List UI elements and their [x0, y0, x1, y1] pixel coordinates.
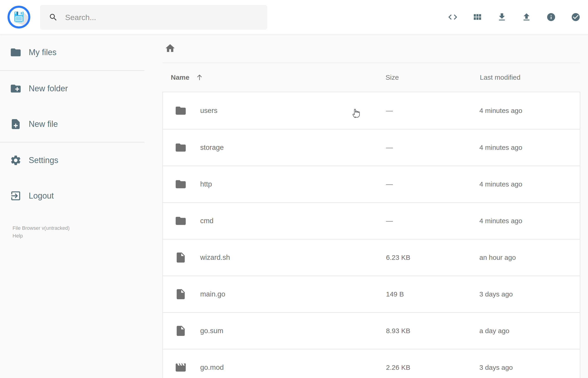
- file-row-go-sum[interactable]: go.sum 8.93 KB a day ago: [163, 312, 580, 349]
- folder-icon: [175, 142, 187, 154]
- file-size: 149 B: [386, 276, 404, 312]
- info-button[interactable]: [539, 0, 563, 35]
- file-icon: [175, 325, 187, 337]
- app-header: [0, 0, 588, 35]
- file-modified: 4 minutes ago: [479, 130, 522, 165]
- file-name: cmd: [200, 203, 214, 239]
- upload-icon: [521, 12, 532, 23]
- file-modified: 4 minutes ago: [479, 92, 522, 129]
- sidebar-item-new-file[interactable]: New file: [0, 106, 144, 142]
- folder-icon: [175, 215, 187, 227]
- file-size: 6.23 KB: [386, 240, 410, 276]
- sidebar-item-my-files[interactable]: My files: [0, 35, 144, 70]
- home-icon: [165, 43, 175, 54]
- file-modified: 4 minutes ago: [479, 203, 522, 239]
- file-modified: 3 days ago: [479, 350, 513, 378]
- search-bar[interactable]: [40, 5, 267, 30]
- file-row-main-go[interactable]: main.go 149 B 3 days ago: [163, 276, 580, 312]
- sidebar-item-label: Logout: [29, 191, 54, 201]
- listing-column-headers: Name Size Last modified: [144, 63, 588, 92]
- sidebar-credits: File Browser v(untracked) Help: [13, 224, 70, 240]
- create-new-folder-icon: [10, 83, 22, 94]
- floppy-disk-icon: [8, 6, 30, 28]
- gear-icon: [10, 154, 22, 166]
- file-row-http[interactable]: http — 4 minutes ago: [163, 165, 580, 202]
- file-icon: [175, 252, 187, 264]
- search-input[interactable]: [65, 13, 252, 22]
- grid-view-icon: [472, 12, 482, 23]
- sidebar-item-label: Settings: [29, 156, 58, 165]
- arrow-up-icon: [195, 73, 204, 81]
- column-label-size: Size: [386, 74, 399, 81]
- sidebar: My files New folder New file Settings Lo…: [0, 35, 144, 378]
- check-circle-icon: [571, 12, 580, 23]
- grid-view-button[interactable]: [465, 0, 490, 35]
- sort-by-modified-header[interactable]: Last modified: [480, 63, 520, 92]
- column-label-name: Name: [171, 74, 189, 81]
- file-row-users[interactable]: users — 4 minutes ago: [163, 92, 580, 129]
- breadcrumb: [162, 35, 580, 63]
- search-icon: [49, 13, 58, 22]
- version-link[interactable]: File Browser v(untracked): [13, 224, 70, 232]
- file-browser-logo: [8, 6, 30, 28]
- info-icon: [546, 12, 556, 23]
- movie-icon: [175, 362, 187, 374]
- file-list: users — 4 minutes ago storage — 4 minute…: [162, 92, 580, 378]
- file-size: —: [386, 203, 393, 239]
- folder-icon: [175, 178, 187, 190]
- file-row-storage[interactable]: storage — 4 minutes ago: [163, 129, 580, 165]
- sidebar-item-label: My files: [29, 48, 56, 57]
- file-size: —: [386, 130, 393, 165]
- sidebar-item-label: New folder: [29, 84, 68, 93]
- file-name: main.go: [200, 276, 225, 312]
- file-row-wizard-sh[interactable]: wizard.sh 6.23 KB an hour ago: [163, 239, 580, 276]
- home-breadcrumb-button[interactable]: [165, 43, 175, 54]
- file-name: http: [200, 166, 212, 202]
- logout-icon: [10, 190, 22, 202]
- file-icon: [175, 288, 187, 300]
- file-modified: 4 minutes ago: [479, 166, 522, 202]
- file-listing-area: Name Size Last modified users — 4 minute…: [144, 35, 588, 378]
- file-size: 2.26 KB: [386, 350, 410, 378]
- file-row-cmd[interactable]: cmd — 4 minutes ago: [163, 202, 580, 239]
- code-icon: [447, 12, 458, 23]
- upload-button[interactable]: [514, 0, 539, 35]
- note-add-icon: [10, 118, 22, 130]
- code-view-button[interactable]: [441, 0, 465, 35]
- file-size: —: [386, 92, 393, 129]
- header-actions: [441, 0, 588, 35]
- file-size: —: [386, 166, 393, 202]
- sidebar-item-label: New file: [29, 119, 58, 129]
- file-name: go.mod: [200, 350, 224, 378]
- sidebar-item-settings[interactable]: Settings: [0, 143, 144, 178]
- file-name: users: [200, 92, 217, 129]
- file-name: go.sum: [200, 313, 223, 349]
- folder-icon: [10, 46, 22, 58]
- file-name: wizard.sh: [200, 240, 230, 276]
- file-modified: an hour ago: [479, 240, 516, 276]
- file-row-go-mod[interactable]: go.mod 2.26 KB 3 days ago: [163, 349, 580, 378]
- file-modified: 3 days ago: [479, 276, 513, 312]
- sort-by-size-header[interactable]: Size: [386, 63, 399, 92]
- file-size: 8.93 KB: [386, 313, 410, 349]
- help-link[interactable]: Help: [13, 232, 70, 240]
- sidebar-item-new-folder[interactable]: New folder: [0, 71, 144, 106]
- folder-icon: [175, 105, 187, 117]
- select-multiple-button[interactable]: [563, 0, 588, 35]
- download-button[interactable]: [490, 0, 514, 35]
- file-name: storage: [200, 130, 224, 165]
- download-icon: [497, 12, 507, 23]
- column-label-modified: Last modified: [480, 74, 520, 81]
- file-modified: a day ago: [479, 313, 509, 349]
- sidebar-item-logout[interactable]: Logout: [0, 178, 144, 214]
- sort-by-name-header[interactable]: Name: [171, 63, 204, 92]
